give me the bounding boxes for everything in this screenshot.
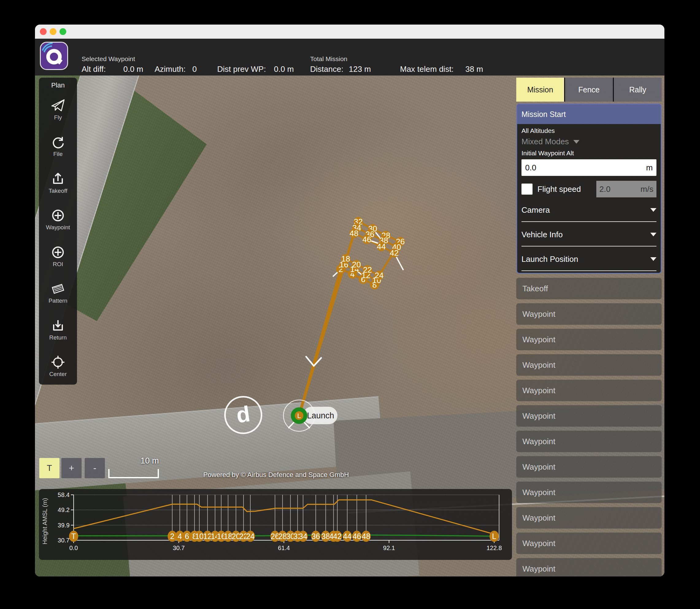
chart-waypoint-46[interactable]: 46 [352, 531, 361, 542]
tool-label: Pattern [49, 297, 67, 304]
tool-roi[interactable]: ROI [39, 238, 77, 275]
flight-speed-checkbox[interactable] [521, 184, 533, 195]
mission-item-waypoint-1[interactable]: Waypoint [516, 303, 662, 325]
svg-text:28: 28 [278, 532, 287, 541]
chart-waypoint-48[interactable]: 48 [361, 531, 371, 542]
tab-fence[interactable]: Fence [564, 78, 613, 102]
map-type-button[interactable]: T [39, 458, 59, 478]
tool-pattern[interactable]: Pattern [39, 275, 77, 312]
chart-y-axis-title: Height AMSL (m) [41, 498, 48, 544]
total-mission-title: Total Mission [310, 55, 347, 63]
svg-text:36: 36 [311, 532, 320, 541]
takeoff-icon [51, 172, 65, 186]
map-waypoint-48[interactable]: 48 [349, 229, 359, 238]
alt-diff-value: 0.0 m [123, 65, 143, 74]
mission-item-waypoint-6[interactable]: Waypoint [516, 431, 662, 452]
map-waypoint-44[interactable]: 44 [377, 242, 386, 251]
tool-return[interactable]: Return [39, 311, 77, 348]
svg-text:34: 34 [299, 532, 307, 541]
chart-waypoint-44[interactable]: 44 [343, 531, 352, 542]
svg-text:48: 48 [350, 229, 359, 238]
initial-waypoint-alt-value: 0.0 [525, 163, 536, 173]
tool-label: File [53, 151, 63, 157]
svg-text:42: 42 [390, 248, 399, 258]
tool-waypoint[interactable]: Waypoint [39, 202, 77, 238]
titlebar [35, 24, 664, 39]
mission-item-waypoint-10[interactable]: Waypoint [516, 533, 662, 554]
minimize-window-button[interactable] [50, 28, 56, 35]
plan-toolbar-title: Plan [51, 81, 65, 89]
svg-text:122.8: 122.8 [486, 544, 502, 551]
camera-section-toggle[interactable]: Camera [521, 198, 657, 222]
pattern-icon [51, 281, 65, 296]
flight-speed-field[interactable]: 2.0 m/s [596, 181, 657, 197]
svg-text:39.9: 39.9 [58, 522, 70, 528]
map-waypoint-46[interactable]: 46 [362, 235, 372, 244]
close-window-button[interactable] [40, 28, 47, 35]
tool-fly[interactable]: Fly [39, 91, 77, 128]
tool-label: Center [49, 371, 67, 378]
alt-diff-label: Alt diff: [82, 65, 106, 74]
mission-item-waypoint-2[interactable]: Waypoint [516, 329, 662, 350]
svg-text:48: 48 [362, 532, 371, 541]
qgroundcontrol-logo-icon[interactable] [40, 42, 68, 70]
svg-text:46: 46 [363, 235, 372, 244]
chart-waypoint-38[interactable]: 38 [321, 531, 330, 542]
altitude-mode-dropdown[interactable]: Mixed Modes [521, 137, 657, 146]
vehicle-info-section-toggle[interactable]: Vehicle Info [521, 223, 657, 246]
map-waypoint-18[interactable]: 18 [341, 254, 350, 263]
chart-waypoint-28[interactable]: 28 [278, 531, 287, 542]
mission-item-waypoint-3[interactable]: Waypoint [516, 354, 662, 376]
svg-text:61.4: 61.4 [278, 544, 290, 551]
map-waypoint-24[interactable]: 24 [375, 271, 384, 280]
fullscreen-window-button[interactable] [59, 28, 66, 35]
chart-waypoint-24[interactable]: 24 [246, 531, 255, 542]
svg-text:92.1: 92.1 [383, 544, 395, 551]
svg-text:24: 24 [246, 532, 255, 541]
dist-prev-wp-value: 0.0 m [274, 65, 294, 74]
tool-label: ROI [53, 261, 63, 268]
map-waypoint-22[interactable]: 22 [363, 265, 372, 274]
zoom-in-button[interactable]: + [61, 458, 82, 478]
plan-toolbar: Plan FlyFileTakeoffWaypointROIPatternRet… [39, 78, 77, 385]
map-waypoint-42[interactable]: 42 [390, 248, 399, 258]
return-icon [51, 318, 65, 333]
tab-rally[interactable]: Rally [613, 78, 662, 102]
svg-text:2: 2 [170, 532, 175, 541]
tool-label: Waypoint [46, 224, 70, 231]
tool-takeoff[interactable]: Takeoff [39, 164, 77, 202]
mission-item-waypoint-11[interactable]: Waypoint [516, 558, 662, 576]
chart-waypoint-18[interactable]: 18 [223, 531, 233, 542]
chart-waypoint-T[interactable]: T [69, 531, 78, 542]
altitude-mode-value: Mixed Modes [521, 137, 569, 146]
launch-position-section-toggle[interactable]: Launch Position [521, 248, 657, 271]
chart-waypoint-L[interactable]: L [489, 531, 499, 542]
svg-text:30.7: 30.7 [58, 537, 70, 544]
mission-item-waypoint-4[interactable]: Waypoint [516, 380, 662, 401]
tool-file[interactable]: File [39, 128, 77, 165]
mission-item-waypoint-7[interactable]: Waypoint [516, 456, 662, 477]
chart-waypoint-10[interactable]: 10 [195, 531, 204, 542]
svg-text:44: 44 [377, 242, 386, 251]
svg-text:58.4: 58.4 [58, 491, 70, 498]
chart-waypoint-42[interactable]: 42 [333, 531, 342, 542]
mission-item-takeoff-0[interactable]: Takeoff [516, 278, 662, 299]
distance-value: 123 m [349, 65, 371, 74]
map-attribution: Powered by © Airbus Defence and Space Gm… [169, 471, 383, 479]
chart-waypoint-36[interactable]: 36 [311, 531, 320, 542]
mission-item-waypoint-5[interactable]: Waypoint [516, 405, 662, 427]
max-telem-dist-label: Max telem dist: [400, 65, 454, 74]
mission-item-waypoint-8[interactable]: Waypoint [516, 482, 662, 503]
max-telem-dist-value: 38 m [465, 65, 483, 74]
initial-waypoint-alt-field[interactable]: 0.0 m [521, 159, 657, 176]
tab-mission[interactable]: Mission [516, 78, 564, 102]
zoom-out-button[interactable]: - [85, 458, 105, 478]
mission-start-card: Mission Start All Altitudes Mixed Modes … [516, 103, 662, 274]
tool-center[interactable]: Center [39, 348, 77, 385]
mission-item-waypoint-9[interactable]: Waypoint [516, 507, 662, 528]
mission-start-header[interactable]: Mission Start [517, 104, 661, 124]
map-waypoint-20[interactable]: 20 [352, 260, 361, 269]
launch-position-section-label: Launch Position [521, 255, 578, 264]
launch-marker[interactable]: LaunchL [284, 400, 337, 431]
chart-waypoint-34[interactable]: 34 [299, 531, 308, 542]
